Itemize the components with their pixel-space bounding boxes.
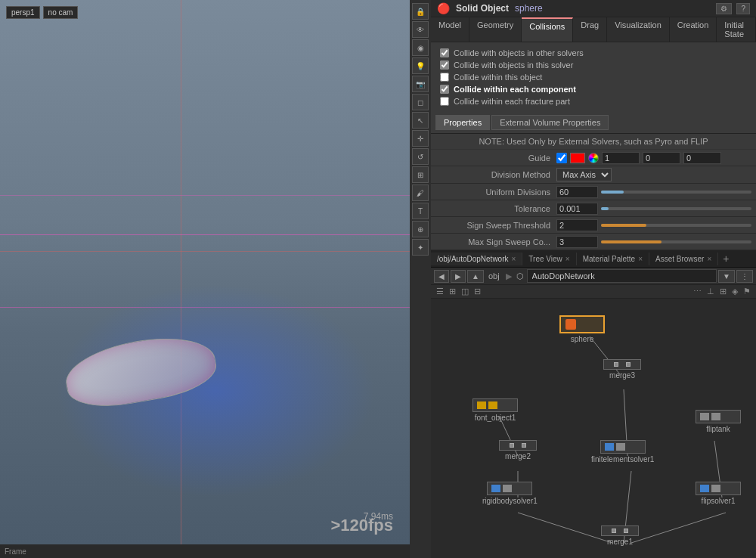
uniform-divisions-input[interactable] xyxy=(556,186,598,198)
checkbox-other-solvers[interactable] xyxy=(440,48,449,57)
node-layout-button[interactable]: ⊞ xyxy=(717,286,729,297)
subtab-external-volume[interactable]: External Volume Properties xyxy=(491,115,609,130)
node-fliptank[interactable]: fliptank xyxy=(696,410,741,433)
node-view-tree[interactable]: ⊟ xyxy=(472,286,483,297)
node-flag-button[interactable]: ⚑ xyxy=(741,286,753,297)
checkbox-within-fracture[interactable] xyxy=(440,97,449,106)
node-font-object1[interactable]: font_object1 xyxy=(472,398,518,422)
sphere-icon xyxy=(565,319,576,330)
path-options-button[interactable]: ⋮ xyxy=(736,270,753,283)
checkbox-within-component[interactable] xyxy=(440,85,449,94)
node-merge3[interactable]: merge3 xyxy=(603,359,641,380)
node-tab-material-close[interactable]: × xyxy=(638,255,643,263)
guide-num-3[interactable] xyxy=(683,152,721,164)
rotate-icon[interactable]: ↺ xyxy=(412,148,429,165)
lock-icon[interactable]: 🔒 xyxy=(412,3,429,20)
node-flip-solver1[interactable]: flipsolver1 xyxy=(696,482,741,505)
node-sphere[interactable]: sphere xyxy=(559,315,605,343)
node-finite-element-solver1[interactable]: finitelementsolver1 xyxy=(591,440,654,463)
snap-icon[interactable]: ✦ xyxy=(412,239,429,256)
camera-persp-button[interactable]: persp1 xyxy=(6,6,40,19)
max-sign-sweep-row: Max Sign Sweep Co... xyxy=(431,234,756,250)
viewport[interactable]: persp1 no cam >120fps 7.94ms Non-Commerc… xyxy=(0,0,431,558)
guide-num-1[interactable] xyxy=(602,152,640,164)
paint-icon[interactable]: 🖌 xyxy=(412,184,429,201)
select-icon[interactable]: ↖ xyxy=(412,112,429,129)
uniform-divisions-slider[interactable] xyxy=(601,191,751,194)
node-path-input[interactable] xyxy=(527,269,717,283)
object-icon[interactable]: ◻ xyxy=(412,94,429,110)
node-merge2[interactable]: merge2 xyxy=(499,440,537,460)
uniform-divisions-fill xyxy=(601,191,624,194)
render-icon[interactable]: ◉ xyxy=(412,39,429,56)
guide-checkbox[interactable] xyxy=(556,153,567,163)
node-tab-tree-view[interactable]: Tree View × xyxy=(522,253,576,265)
scale-icon[interactable]: ⊞ xyxy=(412,166,429,183)
tolerance-input[interactable] xyxy=(556,203,598,215)
svg-line-5 xyxy=(518,513,612,543)
node-merge1[interactable]: merge1 xyxy=(601,525,639,546)
node-align-button[interactable]: ⊥ xyxy=(705,286,717,297)
text-icon[interactable]: T xyxy=(412,203,429,219)
division-method-label: Division Method xyxy=(435,170,556,179)
checkbox-this-solver[interactable] xyxy=(440,60,449,70)
camera-icon[interactable]: 📷 xyxy=(412,76,429,92)
node-tab-asset-close[interactable]: × xyxy=(707,255,711,263)
node-tab-autodop[interactable]: /obj/AutoDopNetwork × xyxy=(431,253,522,265)
tolerance-slider[interactable] xyxy=(601,207,751,210)
header-buttons: ⚙ ? xyxy=(716,3,750,14)
node-rigid-body-solver1[interactable]: rigidbodysolver1 xyxy=(482,482,538,505)
max-sign-sweep-slider[interactable] xyxy=(601,240,751,243)
guide-color-wheel[interactable] xyxy=(588,153,599,163)
nav-forward-button[interactable]: ▶ xyxy=(451,270,466,283)
transform-icon[interactable]: ✛ xyxy=(412,130,429,147)
nav-up-button[interactable]: ▲ xyxy=(467,270,484,283)
guide-color-box[interactable] xyxy=(570,153,585,163)
light-icon[interactable]: 💡 xyxy=(412,57,429,74)
max-sign-sweep-input[interactable] xyxy=(556,236,598,248)
sign-sweep-threshold-slider[interactable] xyxy=(601,224,751,227)
tab-creation[interactable]: Creation xyxy=(670,17,717,42)
tab-model[interactable]: Model xyxy=(431,17,469,42)
node-color-button[interactable]: ◈ xyxy=(730,286,740,297)
tolerance-control xyxy=(556,203,751,215)
guide-label: Guide xyxy=(435,153,556,163)
sign-sweep-threshold-input[interactable] xyxy=(556,219,598,231)
subtab-properties[interactable]: Properties xyxy=(435,115,490,130)
handle-icon[interactable]: ⊕ xyxy=(412,221,429,237)
tolerance-label: Tolerance xyxy=(435,204,556,213)
node-view-grid[interactable]: ⊞ xyxy=(447,286,458,297)
viewport-bottom-bar: Frame xyxy=(0,544,410,558)
checkbox-row-within-fracture: Collide within each fracture part xyxy=(437,95,750,107)
node-view-list[interactable]: ☰ xyxy=(434,286,446,297)
tab-geometry[interactable]: Geometry xyxy=(469,17,522,42)
guide-num-2[interactable] xyxy=(643,152,680,164)
node-tab-material[interactable]: Material Palette × xyxy=(577,253,649,265)
node-tab-asset[interactable]: Asset Browser × xyxy=(649,253,718,265)
eye-icon[interactable]: 👁 xyxy=(412,21,429,38)
tolerance-row: Tolerance xyxy=(431,200,756,217)
tab-collisions[interactable]: Collisions xyxy=(522,17,573,42)
tab-drag[interactable]: Drag xyxy=(573,17,607,42)
path-confirm-button[interactable]: ▼ xyxy=(718,270,735,283)
tolerance-fill xyxy=(601,207,609,210)
node-snap-button[interactable]: ⋯ xyxy=(691,286,704,297)
settings-button[interactable]: ⚙ xyxy=(716,3,732,14)
particles xyxy=(0,0,431,558)
camera-nocam-button[interactable]: no cam xyxy=(43,6,79,19)
help-button[interactable]: ? xyxy=(736,3,750,14)
nav-back-button[interactable]: ◀ xyxy=(434,270,449,283)
solid-object-icon: 🔴 xyxy=(437,2,450,14)
tab-visualization[interactable]: Visualization xyxy=(607,17,670,42)
node-tab-add-button[interactable]: + xyxy=(718,250,733,267)
checkbox-within-object[interactable] xyxy=(440,73,449,82)
font-object1-label: font_object1 xyxy=(475,414,516,422)
node-tab-tree-view-close[interactable]: × xyxy=(565,255,570,263)
tab-initial-state[interactable]: Initial State xyxy=(717,17,756,42)
checkbox-row-within-component: Collide within each component xyxy=(437,83,750,95)
division-method-select[interactable]: Max Axis Min Axis Uniform xyxy=(556,168,612,181)
node-tab-autodop-close[interactable]: × xyxy=(512,255,516,263)
guide-control xyxy=(556,152,751,164)
node-view-thumb[interactable]: ◫ xyxy=(459,286,471,297)
node-canvas[interactable]: sphere merge3 xyxy=(431,299,756,558)
